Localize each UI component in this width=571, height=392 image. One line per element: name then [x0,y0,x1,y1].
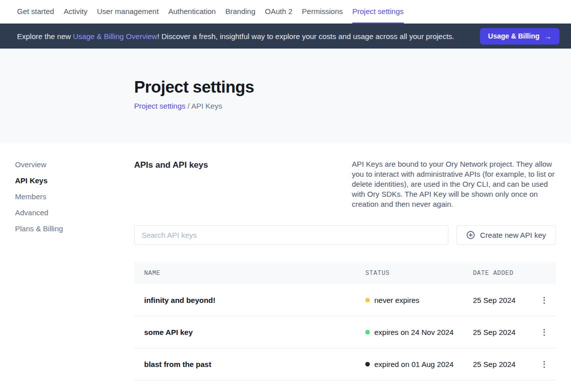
section-head: APIs and API keys API Keys are bound to … [134,159,556,209]
api-key-status: expires on 24 Nov 2024 [365,328,473,336]
sidebar-item-api-keys[interactable]: API Keys [15,176,120,185]
column-header-status: STATUS [365,270,473,277]
banner-text-prefix: Explore the new [17,32,73,41]
tab-activity[interactable]: Activity [64,0,88,24]
sidebar-item-members[interactable]: Members [15,192,120,201]
top-navigation: Get started Activity User management Aut… [0,0,571,24]
api-key-name: some API key [144,328,365,336]
arrow-right-icon: → [544,32,551,41]
sidebar-item-overview[interactable]: Overview [15,160,120,169]
tab-branding[interactable]: Branding [225,0,255,24]
api-keys-table: NAME STATUS DATE ADDED infinity and beyo… [134,262,556,380]
api-keys-toolbar: Create new API key [134,225,556,245]
sidebar-item-plans-billing[interactable]: Plans & Billing [15,224,120,233]
page-header: Project settings Project settings / API … [0,49,571,143]
api-key-status: never expires [365,296,473,304]
create-api-key-button-label: Create new API key [480,231,546,239]
api-key-date-added: 25 Sep 2024 [473,296,538,304]
tab-project-settings[interactable]: Project settings [352,0,404,24]
status-dot-icon [365,330,370,334]
usage-billing-button-label: Usage & Billing [488,32,539,40]
sidebar-item-advanced[interactable]: Advanced [15,208,120,217]
api-key-date-added: 25 Sep 2024 [473,328,538,336]
section-description: API Keys are bound to your Ory Network p… [352,159,556,209]
tab-get-started[interactable]: Get started [17,0,54,24]
table-header-row: NAME STATUS DATE ADDED [134,262,556,284]
status-label: expired on 01 Aug 2024 [374,360,453,368]
row-actions-kebab-icon[interactable] [538,294,550,306]
content-area: Overview API Keys Members Advanced Plans… [0,143,571,392]
breadcrumb-separator: / [186,102,192,110]
column-header-name: NAME [144,270,365,277]
create-api-key-button[interactable]: Create new API key [456,225,556,245]
table-row: blast from the past expired on 01 Aug 20… [134,348,556,380]
status-label: expires on 24 Nov 2024 [374,328,453,336]
api-key-date-added: 25 Sep 2024 [473,360,538,368]
breadcrumb: Project settings / API Keys [134,102,571,110]
plus-circle-icon [466,231,475,239]
api-key-name: infinity and beyond! [144,296,365,304]
banner-text-suffix: ! Discover a fresh, insightful way to ex… [157,32,454,41]
usage-billing-overview-link[interactable]: Usage & Billing Overview [73,32,157,41]
search-input[interactable] [134,225,448,245]
status-dot-icon [365,298,370,302]
tab-oauth2[interactable]: OAuth 2 [265,0,292,24]
tab-authentication[interactable]: Authentication [168,0,216,24]
settings-sidebar: Overview API Keys Members Advanced Plans… [15,160,120,240]
breadcrumb-current: API Keys [191,102,222,110]
row-actions-kebab-icon[interactable] [538,326,550,338]
api-key-name: blast from the past [144,360,365,368]
table-row: some API key expires on 24 Nov 2024 25 S… [134,316,556,348]
row-actions-kebab-icon[interactable] [538,358,550,370]
announcement-banner: Explore the new Usage & Billing Overview… [0,24,571,49]
breadcrumb-project-settings-link[interactable]: Project settings [134,102,186,110]
tab-user-management[interactable]: User management [97,0,159,24]
section-title: APIs and API keys [134,159,208,170]
status-label: never expires [374,296,419,304]
column-header-date-added: DATE ADDED [473,270,538,277]
api-key-status: expired on 01 Aug 2024 [365,360,473,368]
table-row: infinity and beyond! never expires 25 Se… [134,284,556,316]
status-dot-icon [365,362,370,366]
usage-billing-button[interactable]: Usage & Billing → [480,28,559,45]
api-keys-panel: APIs and API keys API Keys are bound to … [134,159,556,380]
banner-message: Explore the new Usage & Billing Overview… [17,32,480,41]
page-title: Project settings [134,78,571,97]
tab-permissions[interactable]: Permissions [302,0,343,24]
